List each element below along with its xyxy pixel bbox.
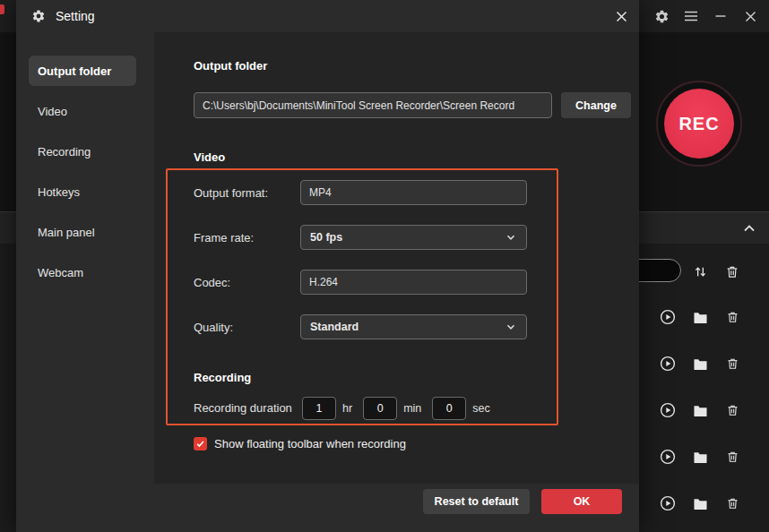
play-icon[interactable] (660, 449, 676, 465)
settings-content-main: Output folder Change Video Output format… (154, 32, 639, 484)
frame-rate-select[interactable]: 50 fps (300, 225, 527, 250)
sidebar-item-hotkeys[interactable]: Hotkeys (29, 176, 136, 207)
frame-rate-value: 50 fps (310, 231, 342, 244)
media-row (660, 356, 740, 372)
media-row (660, 449, 740, 465)
play-icon[interactable] (660, 495, 676, 511)
open-folder-icon[interactable] (692, 449, 708, 465)
open-folder-icon[interactable] (692, 402, 708, 418)
ok-button[interactable]: OK (541, 489, 622, 514)
sidebar-item-video[interactable]: Video (29, 96, 136, 126)
quality-value: Standard (310, 321, 359, 333)
delete-icon[interactable] (724, 402, 740, 418)
sidebar-item-recording[interactable]: Recording (29, 136, 136, 167)
duration-min-input[interactable] (363, 397, 397, 420)
open-folder-icon[interactable] (692, 495, 708, 511)
reset-to-default-button[interactable]: Reset to default (423, 489, 530, 514)
dialog-header: Setting (16, 0, 639, 32)
media-row (660, 309, 740, 325)
rec-button[interactable]: REC (656, 81, 742, 167)
app-window: REC (0, 0, 769, 532)
open-folder-icon[interactable] (692, 309, 708, 325)
dialog-body: Output folder Video Recording Hotkeys Ma… (16, 32, 639, 532)
delete-icon[interactable] (724, 309, 740, 325)
rec-label: REC (678, 114, 719, 134)
delete-icon[interactable] (724, 356, 740, 372)
frame-rate-label: Frame rate: (194, 231, 300, 245)
play-icon[interactable] (660, 402, 676, 418)
settings-content: Output folder Change Video Output format… (154, 32, 639, 532)
chevron-down-icon (505, 321, 517, 333)
play-icon[interactable] (660, 356, 676, 372)
setting-gear-icon (30, 8, 47, 24)
settings-dialog: Setting Output folder Video Recording Ho… (16, 0, 639, 532)
sidebar-item-webcam[interactable]: Webcam (29, 257, 136, 287)
rec-button-face: REC (664, 89, 734, 159)
frame-rate-row: Frame rate: 50 fps (194, 225, 639, 250)
recording-duration-label: Recording duration (194, 401, 302, 415)
minimize-icon[interactable] (713, 8, 729, 24)
settings-gear-icon[interactable] (653, 8, 670, 24)
duration-hr-input[interactable] (302, 397, 336, 420)
sort-icon[interactable] (692, 263, 708, 279)
codec-row: Codec: (194, 270, 639, 295)
close-dialog-icon[interactable] (609, 4, 633, 28)
app-logo-partial (0, 4, 4, 14)
media-row (660, 495, 740, 511)
window-controls (653, 0, 758, 32)
delete-all-icon[interactable] (724, 263, 740, 279)
output-format-row: Output format: (194, 180, 639, 205)
highlight-rectangle (166, 168, 558, 425)
dialog-footer: Reset to default OK (154, 484, 639, 532)
duration-sec-input[interactable] (432, 397, 466, 420)
settings-sidebar: Output folder Video Recording Hotkeys Ma… (16, 32, 154, 532)
video-heading: Video (194, 150, 639, 164)
close-window-icon[interactable] (742, 8, 758, 24)
output-folder-heading: Output folder (194, 59, 639, 73)
output-folder-path-input[interactable] (194, 92, 552, 118)
floating-toolbar-checkbox[interactable] (194, 437, 207, 450)
output-format-input[interactable] (300, 180, 527, 205)
quality-label: Quality: (194, 321, 300, 334)
output-folder-row: Change (194, 92, 639, 118)
dialog-title: Setting (56, 9, 95, 23)
menu-icon[interactable] (683, 8, 699, 24)
play-icon[interactable] (660, 309, 676, 325)
quality-select[interactable]: Standard (300, 314, 527, 339)
open-folder-icon[interactable] (692, 356, 708, 372)
sec-unit-label: sec (472, 402, 489, 415)
chevron-up-icon[interactable] (741, 220, 757, 236)
chevron-down-icon (505, 231, 517, 244)
delete-icon[interactable] (724, 495, 740, 511)
check-icon (195, 439, 205, 449)
codec-input[interactable] (300, 270, 527, 295)
media-row (660, 402, 740, 418)
sidebar-item-output-folder[interactable]: Output folder (29, 56, 136, 86)
delete-icon[interactable] (724, 449, 740, 465)
floating-toolbar-row: Show floating toolbar when recording (194, 437, 639, 450)
output-format-label: Output format: (194, 186, 300, 200)
min-unit-label: min (403, 402, 421, 415)
floating-toolbar-label: Show floating toolbar when recording (214, 437, 406, 450)
change-folder-button[interactable]: Change (561, 92, 631, 118)
recording-duration-row: Recording duration hr min sec (194, 396, 639, 420)
recording-heading: Recording (194, 371, 639, 384)
hr-unit-label: hr (342, 402, 352, 415)
sidebar-item-main-panel[interactable]: Main panel (29, 217, 136, 247)
quality-row: Quality: Standard (194, 314, 639, 339)
codec-label: Codec: (194, 276, 300, 289)
